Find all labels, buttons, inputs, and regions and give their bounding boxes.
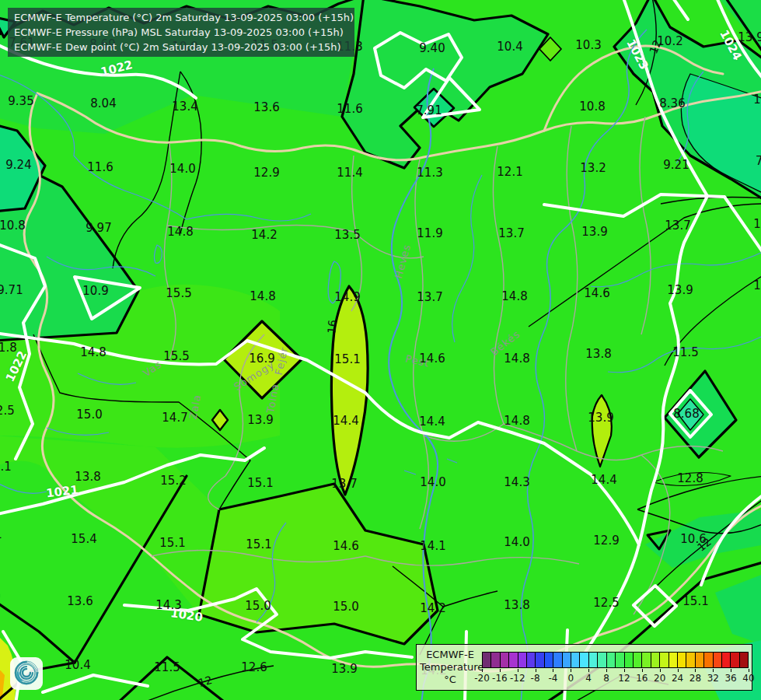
temp-value: 10.4 (497, 40, 522, 54)
legend-tick-label: 8 (603, 673, 609, 684)
legend-tick-label: 28 (689, 673, 701, 684)
legend-color-cell (553, 653, 562, 667)
temp-value: 13.7 (417, 290, 442, 304)
legend-tick (749, 669, 749, 672)
legend-tick-label: 12 (618, 673, 630, 684)
temp-value: 13.2 (580, 161, 606, 175)
temp-value: 12.6 (241, 660, 267, 674)
legend-tick (695, 669, 696, 672)
legend-color-cell (634, 653, 642, 667)
legend-color-cell (580, 653, 588, 667)
legend-tick (642, 669, 643, 672)
legend-color-cell (616, 653, 624, 667)
temp-value: 14.8 (250, 289, 275, 303)
temp-value: 11.5 (753, 278, 761, 292)
legend-tick (606, 669, 607, 672)
legend-tick-label: -20 (474, 673, 490, 684)
temp-value: 11.5 (154, 660, 180, 674)
legend-tick-label: 20 (654, 673, 665, 684)
temp-value: 14.0 (420, 475, 445, 489)
legend-color-cell (714, 653, 722, 667)
temp-value: 14.6 (333, 539, 358, 553)
temp-value: 15.0 (245, 599, 271, 613)
legend-color-cell (536, 653, 544, 667)
header-line-dewpoint: ECMWF-E Dew point (°C) 2m Saturday 13-09… (14, 40, 348, 54)
temp-value: 13.9 (738, 30, 761, 44)
legend-title-model: ECMWF-E (420, 649, 480, 661)
legend-tick (500, 669, 501, 672)
temp-value: 15.2 (160, 474, 186, 488)
temp-value: 11.4 (337, 166, 362, 180)
legend-color-cell (625, 653, 634, 667)
legend-color-cell (518, 653, 527, 667)
legend-tick (588, 669, 589, 672)
temp-value: 11.6 (87, 160, 113, 174)
temp-value: 13.9 (667, 283, 693, 297)
temp-value: 9.21 (663, 158, 689, 172)
temp-value: 14.0 (0, 590, 1, 604)
temp-value: 14.6 (419, 352, 445, 366)
legend-tick (731, 669, 731, 672)
idokep-logo[interactable] (10, 657, 43, 690)
legend-tick-label: -4 (548, 673, 557, 684)
temp-value: 14.6 (584, 286, 609, 300)
temp-value: 10.9 (82, 284, 108, 298)
legend-color-cell (563, 653, 571, 667)
temp-value: 10.9 (753, 93, 761, 107)
temp-value: 14.4 (419, 415, 445, 429)
temp-value: 13.8 (585, 347, 611, 361)
temp-value: 7.91 (416, 103, 442, 117)
temp-value: 12.9 (593, 534, 619, 548)
temp-value: 16.9 (249, 352, 274, 366)
temp-value: 10.8 (0, 219, 26, 233)
temp-value: 13.9 (331, 662, 357, 676)
temp-value: 8.68 (673, 407, 699, 421)
temp-value: 9.97 (86, 221, 111, 235)
temp-value: 9.35 (8, 94, 33, 108)
header-line-temperature: ECMWF-E Temperature (°C) 2m Saturday 13-… (14, 10, 348, 25)
legend-color-cell (501, 653, 509, 667)
temp-value: 12.8 (677, 471, 703, 485)
temp-value: 12.1 (497, 165, 522, 179)
legend-tick (518, 669, 518, 672)
temp-value: 10.3 (575, 38, 601, 52)
temp-value: 13.6 (253, 100, 279, 114)
temp-value: 15.1 (682, 594, 708, 608)
legend-tick-label: -16 (492, 673, 508, 684)
temp-value: 15.1 (246, 537, 271, 551)
legend-colorbar (482, 652, 749, 668)
legend-tick (713, 669, 714, 672)
temp-value: 10.4 (65, 658, 90, 672)
legend-tick (571, 669, 571, 672)
temp-value: 15.5 (166, 286, 191, 300)
swirl-icon (10, 657, 43, 690)
temp-value: 9.40 (419, 41, 445, 55)
temp-value: 14.9 (334, 290, 360, 304)
legend-color-cell (527, 653, 536, 667)
temp-value: 9.24 (5, 158, 31, 172)
legend-color-cell (571, 653, 580, 667)
legend-color-cell (678, 653, 686, 667)
temp-value: 13.9 (581, 225, 607, 239)
legend-tick (660, 669, 661, 672)
temp-value: 15.1 (334, 352, 360, 366)
temp-value: 7.9 (756, 154, 761, 168)
legend-tick (624, 669, 625, 672)
legend-color-cell (491, 653, 500, 667)
temp-value: 13.7 (665, 219, 690, 233)
legend-tick-label: 40 (742, 673, 754, 684)
temp-value: 9.71 (0, 283, 23, 297)
legend-tick-label: 4 (585, 673, 592, 684)
temp-value: 14.4 (591, 473, 616, 487)
temp-value: 13.9 (247, 413, 273, 427)
legend-tick-label: 36 (724, 673, 736, 684)
temp-value: 12.9 (253, 166, 279, 180)
legend-color-cell (651, 653, 660, 667)
legend-color-cell (722, 653, 731, 667)
temp-value: 13.5 (334, 228, 360, 242)
legend-tick-label: 16 (636, 673, 648, 684)
legend-color-cell (483, 653, 491, 667)
temp-value: 8.04 (90, 96, 116, 110)
temp-value: 15.5 (163, 349, 189, 363)
legend-color-cell (509, 653, 518, 667)
